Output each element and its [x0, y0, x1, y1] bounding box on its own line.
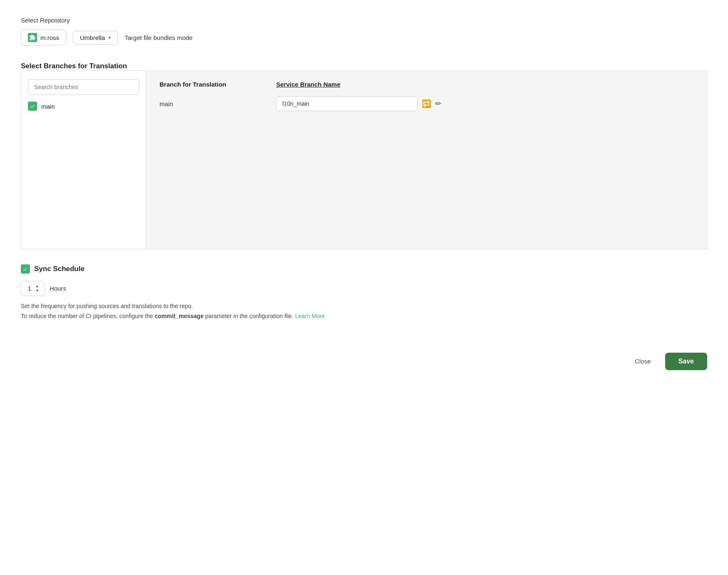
sync-schedule-header: Sync Schedule: [21, 264, 707, 274]
branch-for-translation-cell: main: [160, 100, 276, 107]
description-line-1: Set the frequency for pushing sources an…: [21, 303, 707, 309]
select-repository-section: Select Repository m.ross Umbrella ▾ Targ…: [21, 17, 707, 45]
hours-label: Hours: [50, 285, 66, 292]
close-button[interactable]: Close: [627, 353, 658, 369]
spinner-arrows[interactable]: ▲ ▼: [35, 284, 39, 293]
branches-left-panel: main: [21, 71, 146, 249]
description-bold: commit_message: [155, 313, 204, 319]
branches-table-header: Branch for Translation Service Branch Na…: [160, 81, 693, 88]
branches-section-title: Select Branches for Translation: [21, 62, 707, 70]
sync-schedule-section: Sync Schedule 1 ▲ ▼ Hours Set the freque…: [21, 264, 707, 319]
footer-row: Close Save: [21, 353, 707, 370]
sync-schedule-checkbox[interactable]: [21, 264, 30, 274]
save-button[interactable]: Save: [665, 353, 707, 370]
repo-name: m.ross: [40, 34, 59, 41]
col-header-branch-for-translation: Branch for Translation: [160, 81, 276, 88]
mode-text: Target file bundles mode: [125, 34, 192, 41]
branches-right-panel: Branch for Translation Service Branch Na…: [146, 71, 707, 249]
hours-value: 1: [26, 285, 33, 292]
chevron-down-icon: ▾: [108, 35, 111, 40]
spinner-up-arrow[interactable]: ▲: [35, 284, 39, 289]
list-item[interactable]: main: [28, 102, 139, 111]
branches-panel: main Branch for Translation Service Bran…: [21, 70, 707, 249]
puzzle-icon: [28, 33, 37, 42]
table-row: main 🔁 ✏: [160, 96, 693, 111]
description-prefix: To reduce the number of CI pipelines, co…: [21, 313, 155, 319]
dropdown-label: Umbrella: [80, 34, 105, 41]
umbrella-dropdown[interactable]: Umbrella ▾: [73, 31, 118, 45]
edit-icon[interactable]: ✏: [435, 99, 441, 108]
search-branches-input[interactable]: [28, 79, 139, 95]
branches-section: Select Branches for Translation main Bra…: [21, 62, 707, 249]
branch-name-main: main: [41, 103, 55, 110]
hours-row: 1 ▲ ▼ Hours: [21, 281, 707, 296]
description-suffix: parameter in the configuration file.: [204, 313, 294, 319]
hours-spinner[interactable]: 1 ▲ ▼: [21, 281, 45, 296]
select-repository-label: Select Repository: [21, 17, 707, 24]
service-branch-cell: 🔁 ✏: [276, 96, 693, 111]
spinner-down-arrow[interactable]: ▼: [35, 289, 39, 293]
sync-warning-icon[interactable]: 🔁: [422, 99, 431, 108]
repo-badge[interactable]: m.ross: [21, 30, 66, 45]
repository-row: m.ross Umbrella ▾ Target file bundles mo…: [21, 30, 707, 45]
service-branch-input[interactable]: [276, 96, 418, 111]
description-line-2: To reduce the number of CI pipelines, co…: [21, 313, 707, 319]
col-header-service-branch-name[interactable]: Service Branch Name: [276, 81, 693, 88]
sync-schedule-label: Sync Schedule: [34, 265, 85, 273]
branch-checkbox-main[interactable]: [28, 102, 37, 111]
learn-more-link[interactable]: Learn More: [295, 313, 325, 319]
